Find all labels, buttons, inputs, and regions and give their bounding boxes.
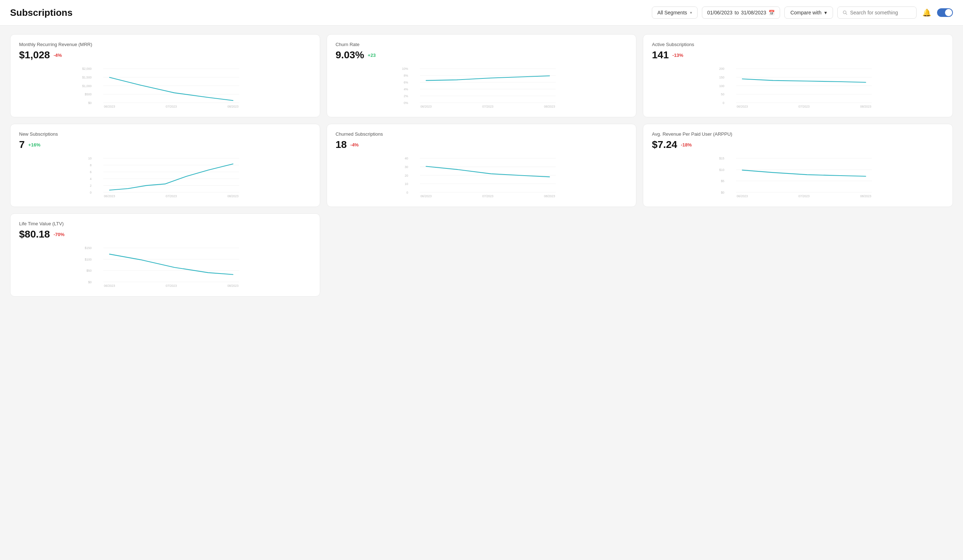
svg-text:8%: 8% [404,74,409,78]
card-title: Monthly Recurring Revenue (MRR) [19,42,311,47]
svg-text:6: 6 [90,170,92,174]
segment-label: All Segments [657,10,687,16]
search-box[interactable] [837,6,916,19]
card-value-row: 18 -4% [336,139,628,151]
metric-card-ltv: Life Time Value (LTV) $80.18 -70% $150$1… [10,214,320,296]
svg-text:2%: 2% [404,94,409,98]
metric-card-active-subs: Active Subscriptions 141 -13% 2001501005… [643,34,953,117]
chevron-down-icon: ▾ [690,10,692,15]
svg-text:07/2023: 07/2023 [482,105,493,108]
notification-bell-icon[interactable]: 🔔 [921,7,933,18]
chart-svg: 403020100 06/202307/202308/2023 [336,156,628,199]
svg-text:07/2023: 07/2023 [798,194,810,198]
card-value-row: 7 +16% [19,139,311,151]
svg-text:0: 0 [406,191,408,194]
card-value: $1,028 [19,49,50,61]
chart-svg: $150$100$50$0 06/202307/202308/2023 [19,246,311,289]
card-value-row: $7.24 -18% [652,139,944,151]
card-value: $80.18 [19,228,50,240]
svg-text:$50: $50 [86,269,92,272]
metric-card-mrr: Monthly Recurring Revenue (MRR) $1,028 -… [10,34,320,117]
card-title: Churned Subscriptions [336,131,628,137]
svg-text:08/2023: 08/2023 [860,194,872,198]
svg-text:4%: 4% [404,87,409,91]
segment-dropdown[interactable]: All Segments ▾ [652,6,697,19]
card-value-row: 141 -13% [652,49,944,61]
svg-text:08/2023: 08/2023 [860,105,872,108]
chart-svg: 1086420 06/202307/202308/2023 [19,156,311,199]
svg-text:08/2023: 08/2023 [544,194,555,198]
svg-text:10: 10 [88,157,92,160]
bottom-grid: Life Time Value (LTV) $80.18 -70% $150$1… [10,214,953,296]
card-title: Avg. Revenue Per Paid User (ARPPU) [652,131,944,137]
svg-text:06/2023: 06/2023 [420,105,431,108]
svg-text:$100: $100 [84,258,91,261]
svg-text:06/2023: 06/2023 [104,105,115,108]
theme-toggle[interactable] [937,8,953,17]
chevron-down-icon: ▾ [824,10,827,16]
card-badge: -70% [54,232,65,237]
chart-svg: $15$10$5$0 06/202307/202308/2023 [652,156,944,199]
card-badge: +16% [28,142,41,147]
svg-text:$150: $150 [84,246,91,250]
header-controls: All Segments ▾ 01/06/2023 to 31/08/2023 … [652,6,953,19]
svg-text:30: 30 [404,165,408,169]
svg-text:6%: 6% [404,81,409,84]
svg-text:07/2023: 07/2023 [482,194,493,198]
svg-text:$500: $500 [84,92,91,96]
svg-text:$10: $10 [719,168,725,172]
page-title: Subscriptions [10,7,72,18]
svg-text:$0: $0 [88,101,92,105]
svg-text:$0: $0 [88,280,92,284]
main-content: Monthly Recurring Revenue (MRR) $1,028 -… [0,26,963,305]
compare-label: Compare with [791,10,822,16]
date-range-picker[interactable]: 01/06/2023 to 31/08/2023 📅 [702,6,780,19]
metric-card-new-subs: New Subscriptions 7 +16% 1086420 06/2023… [10,124,320,207]
header: Subscriptions All Segments ▾ 01/06/2023 … [0,0,963,26]
card-value: 141 [652,49,669,61]
svg-line-1 [846,13,847,15]
svg-text:50: 50 [721,92,725,96]
svg-text:06/2023: 06/2023 [104,194,115,198]
card-value: 9.03% [336,49,364,61]
chart-svg: 200150100500 06/202307/202308/2023 [652,66,944,110]
metric-card-arppu: Avg. Revenue Per Paid User (ARPPU) $7.24… [643,124,953,207]
svg-text:07/2023: 07/2023 [166,284,177,288]
card-badge: -13% [672,53,683,58]
svg-text:$2,000: $2,000 [82,67,91,71]
svg-text:06/2023: 06/2023 [420,194,431,198]
date-to: 31/08/2023 [741,10,766,16]
date-separator: to [735,10,739,16]
svg-text:$1,000: $1,000 [82,84,91,88]
svg-text:2: 2 [90,184,92,188]
svg-text:08/2023: 08/2023 [227,194,238,198]
svg-text:07/2023: 07/2023 [166,194,177,198]
compare-dropdown[interactable]: Compare with ▾ [785,6,833,19]
svg-text:100: 100 [719,84,725,88]
chart-svg: 10%8%6%4%2%0% 06/202307/202308/2023 [336,66,628,110]
svg-text:08/2023: 08/2023 [544,105,555,108]
svg-text:200: 200 [719,67,725,71]
card-badge: +23 [368,53,376,58]
card-badge: -4% [350,142,359,147]
svg-text:0: 0 [723,101,725,105]
card-title: Active Subscriptions [652,42,944,47]
svg-text:4: 4 [90,177,92,181]
svg-text:20: 20 [404,174,408,177]
calendar-icon: 📅 [768,10,775,16]
svg-text:07/2023: 07/2023 [798,105,810,108]
card-badge: -18% [681,142,691,147]
card-title: Life Time Value (LTV) [19,221,311,227]
svg-text:$0: $0 [721,191,725,194]
svg-text:8: 8 [90,163,92,167]
svg-text:06/2023: 06/2023 [737,105,748,108]
svg-text:10: 10 [404,182,408,186]
svg-text:06/2023: 06/2023 [104,284,115,288]
chart-svg: $2,000$1,500$1,000$500$0 06/202307/20230… [19,66,311,110]
card-value: $7.24 [652,139,677,151]
svg-text:$15: $15 [719,157,725,160]
search-input[interactable] [850,10,911,16]
svg-text:08/2023: 08/2023 [227,105,238,108]
svg-text:$5: $5 [721,179,725,183]
metrics-grid: Monthly Recurring Revenue (MRR) $1,028 -… [10,34,953,207]
